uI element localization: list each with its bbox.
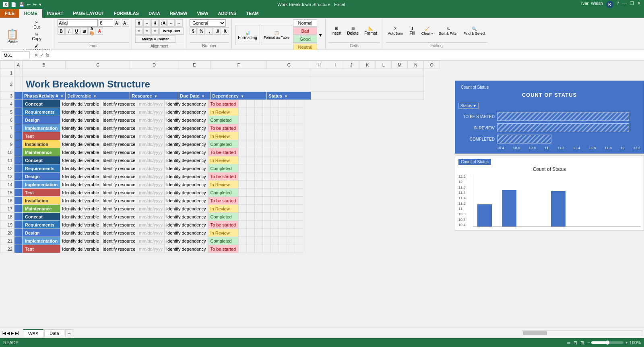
cell-deliverable-20[interactable]: Identify deliverable <box>60 229 101 237</box>
cell-phase-11[interactable]: Concept <box>23 156 60 164</box>
tab-review[interactable]: REVIEW <box>165 9 192 18</box>
cell-resource-12[interactable]: Identify resource <box>101 164 137 172</box>
cell-resource-13[interactable]: Identify resource <box>101 172 137 181</box>
minimize-button[interactable]: — <box>622 1 627 8</box>
cell-deliverable-21[interactable]: Identify deliverable <box>60 237 101 245</box>
fill-color-button[interactable]: A🎨 <box>88 27 95 35</box>
view-normal-icon[interactable]: ▭ <box>566 340 570 345</box>
col-k[interactable]: K <box>359 61 376 69</box>
col-e[interactable]: E <box>178 61 211 69</box>
cell-dependency-15[interactable]: Identify dependency <box>165 189 208 197</box>
number-format-select[interactable]: General <box>190 19 226 27</box>
resource-filter-icon[interactable]: ▼ <box>154 94 158 98</box>
header-phase[interactable]: Phase/Activity # ▼ <box>23 92 66 100</box>
decimal-decrease-button[interactable]: 0. <box>222 27 229 35</box>
align-bottom-button[interactable]: ⬇ <box>151 19 159 27</box>
cell-dependency-21[interactable]: Identify dependency <box>165 237 208 245</box>
cell-deliverable-7[interactable]: Identify deliverable <box>60 124 101 132</box>
format-as-table-button[interactable]: 📋 Format as Table <box>261 25 292 45</box>
cell-phase-6[interactable]: Design <box>23 116 60 124</box>
align-center-button[interactable]: ≡ <box>143 27 151 35</box>
scroll-thumb[interactable] <box>523 331 547 335</box>
zoom-in-button[interactable]: + <box>625 340 627 345</box>
cell-status-11[interactable]: In Review <box>208 156 239 164</box>
sheet-tab-wbs[interactable]: WBS <box>23 329 43 337</box>
cell-resource-6[interactable]: Identify resource <box>101 116 137 124</box>
col-o[interactable]: O <box>424 61 440 69</box>
cell-status-8[interactable]: In Review <box>208 132 239 140</box>
cell-duedate-16[interactable]: mm/dd/yyyy <box>137 197 165 205</box>
bold-button[interactable]: B <box>58 27 65 35</box>
cell-status-15[interactable]: Completed <box>208 189 239 197</box>
cell-duedate-8[interactable]: mm/dd/yyyy <box>137 132 165 140</box>
indent-decrease-button[interactable]: ← <box>167 19 175 27</box>
cell-deliverable-12[interactable]: Identify deliverable <box>60 164 101 172</box>
tab-team[interactable]: TEAM <box>241 9 263 18</box>
col-h[interactable]: H <box>311 61 327 69</box>
header-resource[interactable]: Resource ▼ <box>130 92 178 100</box>
cell-b1[interactable] <box>23 69 311 77</box>
col-m[interactable]: M <box>392 61 408 69</box>
cell-resource-17[interactable]: Identify resource <box>101 205 137 213</box>
comma-button[interactable]: , <box>206 27 213 35</box>
cell-status-9[interactable]: Completed <box>208 140 239 148</box>
cell-resource-8[interactable]: Identify resource <box>101 132 137 140</box>
phase-filter-icon[interactable]: ▼ <box>60 94 64 98</box>
cell-status-12[interactable]: Completed <box>208 164 239 172</box>
style-bad[interactable]: Bad <box>293 27 317 35</box>
cell-dependency-16[interactable]: Identify dependency <box>165 197 208 205</box>
tab-page-layout[interactable]: PAGE LAYOUT <box>68 9 109 18</box>
cell-dependency-17[interactable]: Identify dependency <box>165 205 208 213</box>
cell-phase-22[interactable]: Test <box>23 245 60 253</box>
merge-center-button[interactable]: Merge & Center <box>135 35 175 43</box>
header-dependency[interactable]: Dependency ▼ <box>211 92 267 100</box>
col-d[interactable]: D <box>130 61 178 69</box>
cell-deliverable-16[interactable]: Identify deliverable <box>60 197 101 205</box>
formula-function-icon[interactable]: fx <box>45 52 49 58</box>
col-c[interactable]: C <box>66 61 130 69</box>
dependency-filter-icon[interactable]: ▼ <box>241 94 244 98</box>
align-middle-button[interactable]: ↔ <box>143 19 151 27</box>
cell-status-22[interactable]: To be started <box>208 245 239 253</box>
cell-dependency-10[interactable]: Identify dependency <box>165 148 208 156</box>
formula-confirm-icon[interactable]: ✓ <box>40 52 44 58</box>
redo-icon[interactable]: ↪ <box>33 2 37 7</box>
cell-status-17[interactable]: In Review <box>208 205 239 213</box>
cell-phase-10[interactable]: Maintenance <box>23 148 60 156</box>
cell-dependency-22[interactable]: Identify dependency <box>165 245 208 253</box>
cell-deliverable-9[interactable]: Identify deliverable <box>60 140 101 148</box>
cell-duedate-14[interactable]: mm/dd/yyyy <box>137 181 165 189</box>
cell-phase-20[interactable]: Design <box>23 229 60 237</box>
zoom-slider-thumb[interactable] <box>605 341 609 345</box>
cell-resource-10[interactable]: Identify resource <box>101 148 137 156</box>
cell-resource-15[interactable]: Identify resource <box>101 189 137 197</box>
conditional-formatting-button[interactable]: 📊 Formatting <box>235 25 260 45</box>
cell-dependency-20[interactable]: Identify dependency <box>165 229 208 237</box>
cell-duedate-21[interactable]: mm/dd/yyyy <box>137 237 165 245</box>
font-color-button[interactable]: A <box>96 27 103 35</box>
cell-dependency-13[interactable]: Identify dependency <box>165 172 208 181</box>
cell-phase-9[interactable]: Installation <box>23 140 60 148</box>
cell-phase-21[interactable]: Implementation <box>23 237 60 245</box>
cell-resource-16[interactable]: Identify resource <box>101 197 137 205</box>
cell-deliverable-6[interactable]: Identify deliverable <box>60 116 101 124</box>
col-i[interactable]: I <box>327 61 343 69</box>
col-j[interactable]: J <box>343 61 359 69</box>
cell-duedate-20[interactable]: mm/dd/yyyy <box>137 229 165 237</box>
close-button[interactable]: ✕ <box>637 1 641 8</box>
cell-phase-17[interactable]: Maintenance <box>23 205 60 213</box>
cell-dependency-12[interactable]: Identify dependency <box>165 164 208 172</box>
cell-deliverable-11[interactable]: Identify deliverable <box>60 156 101 164</box>
cell-dependency-19[interactable]: Identify dependency <box>165 221 208 229</box>
cell-resource-14[interactable]: Identify resource <box>101 181 137 189</box>
cell-deliverable-5[interactable]: Identify deliverable <box>60 108 101 116</box>
formula-cancel-icon[interactable]: ✕ <box>34 52 38 58</box>
col-l[interactable]: L <box>376 61 392 69</box>
cell-status-13[interactable]: To be started <box>208 172 239 181</box>
cell-deliverable-14[interactable]: Identify deliverable <box>60 181 101 189</box>
cell-deliverable-4[interactable]: Identify deliverable <box>60 100 101 108</box>
cell-resource-9[interactable]: Identify resource <box>101 140 137 148</box>
cell-status-16[interactable]: To be started <box>208 197 239 205</box>
font-size-select[interactable] <box>99 19 113 27</box>
align-right-button[interactable]: ≡ <box>151 27 159 35</box>
